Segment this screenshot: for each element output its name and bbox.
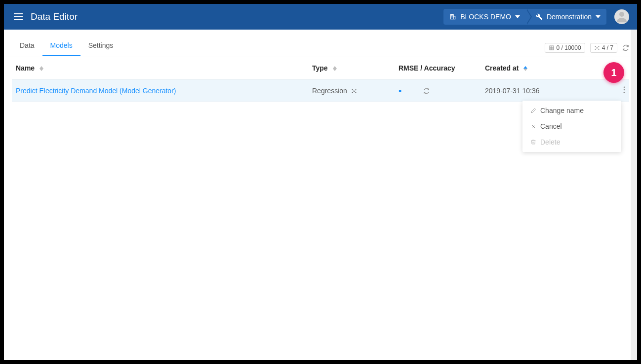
- wrench-icon: [536, 13, 543, 20]
- cell-created-at: 2019-07-31 10:36: [481, 79, 604, 102]
- stat-data-count: 0 / 10000: [545, 43, 585, 53]
- cell-actions: [604, 79, 629, 102]
- svg-point-13: [624, 92, 625, 93]
- tab-data[interactable]: Data: [12, 41, 42, 56]
- menu-change-name[interactable]: Change name: [522, 103, 621, 118]
- row-refresh-button[interactable]: [423, 88, 430, 94]
- col-name[interactable]: Name: [12, 57, 308, 79]
- table-icon: [549, 45, 555, 51]
- cell-type: Regression: [308, 79, 395, 102]
- breadcrumb-subproject[interactable]: Demonstration: [526, 9, 606, 25]
- breadcrumb-project[interactable]: BLOCKS DEMO: [443, 9, 526, 25]
- svg-point-12: [624, 89, 625, 91]
- svg-point-11: [624, 86, 625, 88]
- row-context-menu: Change name Cancel Delete: [522, 101, 621, 152]
- col-created-at[interactable]: Created at: [481, 57, 604, 79]
- trash-icon: [530, 139, 536, 145]
- cell-rmse: •: [395, 79, 481, 102]
- breadcrumb: BLOCKS DEMO Demonstration: [443, 9, 606, 25]
- breadcrumb-project-label: BLOCKS DEMO: [460, 13, 511, 21]
- tab-settings[interactable]: Settings: [80, 41, 121, 56]
- sort-icon: [523, 66, 527, 71]
- network-icon: [351, 88, 357, 94]
- app-title: Data Editor: [31, 11, 78, 22]
- network-icon: [594, 45, 600, 51]
- caret-down-icon: [596, 15, 601, 18]
- breadcrumb-subproject-label: Demonstration: [547, 13, 592, 21]
- caret-down-icon: [515, 15, 520, 18]
- top-header: Data Editor BLOCKS DEMO Demonstration: [4, 4, 637, 30]
- building-icon: [449, 13, 456, 20]
- more-vertical-icon: [623, 86, 625, 93]
- menu-cancel[interactable]: Cancel: [522, 118, 621, 134]
- vertical-scrollbar[interactable]: [631, 30, 637, 360]
- annotation-badge: 1: [603, 62, 624, 83]
- col-rmse: RMSE / Accuracy: [395, 57, 481, 79]
- stats: 0 / 10000 4 / 7: [545, 43, 629, 53]
- row-menu-button[interactable]: [608, 86, 625, 93]
- menu-icon[interactable]: [12, 11, 25, 22]
- tabs: Data Models Settings: [12, 41, 121, 56]
- refresh-button[interactable]: [622, 44, 629, 51]
- close-icon: [530, 123, 536, 129]
- tabs-row: Data Models Settings 0 / 10000 4 / 7: [4, 30, 637, 57]
- col-type[interactable]: Type: [308, 57, 395, 79]
- refresh-icon: [423, 88, 430, 94]
- refresh-icon: [622, 44, 629, 51]
- table-row: Predict Electricity Demand Model (Model …: [12, 79, 629, 102]
- tab-models[interactable]: Models: [42, 41, 80, 56]
- menu-delete: Delete: [522, 134, 621, 150]
- edit-icon: [530, 108, 536, 113]
- sort-icon: [40, 66, 43, 71]
- model-link[interactable]: Predict Electricity Demand Model (Model …: [16, 87, 176, 95]
- models-table: Name Type RMSE / Acc: [4, 57, 637, 102]
- avatar[interactable]: [614, 9, 629, 24]
- sort-icon: [333, 66, 337, 71]
- cell-name: Predict Electricity Demand Model (Model …: [12, 79, 308, 102]
- stat-model-count: 4 / 7: [590, 43, 617, 53]
- svg-point-0: [619, 12, 624, 17]
